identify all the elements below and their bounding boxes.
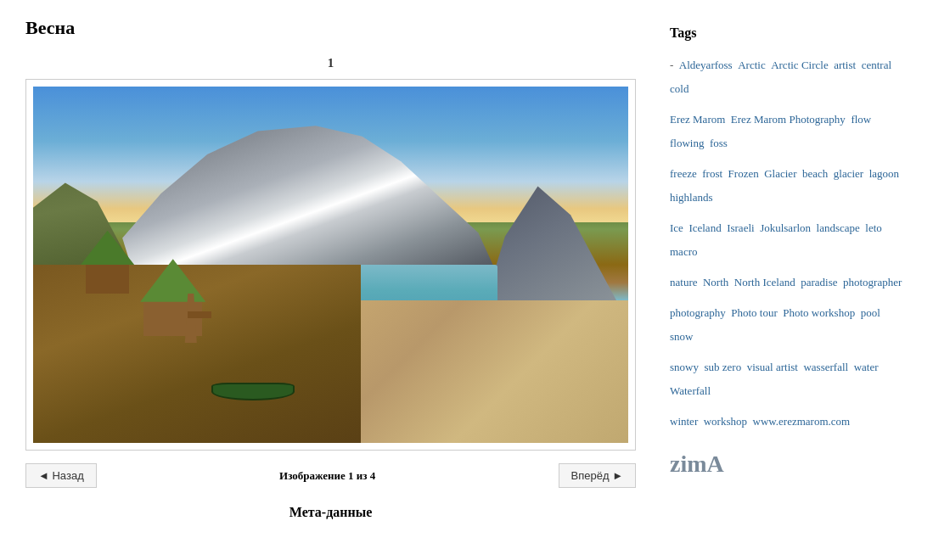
- hut-1: [81, 236, 134, 293]
- tag-photo-tour[interactable]: Photo tour: [731, 306, 778, 319]
- tag-dash: -: [670, 59, 673, 71]
- tag-winter[interactable]: winter: [670, 415, 698, 428]
- tag-flowing[interactable]: flowing: [670, 137, 704, 149]
- tag-landscape[interactable]: landscape: [817, 221, 860, 234]
- forward-button[interactable]: Вперёд ►: [559, 463, 636, 488]
- tags-line-4: nature North North Iceland paradise phot…: [670, 271, 908, 294]
- tag-aldeyarfoss[interactable]: Aldeyarfoss: [679, 59, 733, 71]
- tag-arctic-circle[interactable]: Arctic Circle: [771, 59, 829, 71]
- tag-snow[interactable]: snow: [670, 330, 693, 343]
- tag-flow[interactable]: flow: [851, 113, 871, 126]
- tag-ice[interactable]: Ice: [670, 221, 683, 234]
- wooden-beam: [188, 311, 211, 318]
- tag-visual-artist[interactable]: visual artist: [747, 361, 798, 373]
- tag-leto[interactable]: leto: [865, 221, 882, 234]
- tag-beach[interactable]: beach: [802, 167, 828, 180]
- tags-line-5: photography Photo tour Photo workshop po…: [670, 301, 908, 349]
- tag-snowy[interactable]: snowy: [670, 361, 699, 373]
- page-title: Весна: [25, 17, 636, 39]
- tag-erez-marom-photography[interactable]: Erez Marom Photography: [731, 113, 846, 126]
- tag-lagoon[interactable]: lagoon: [869, 167, 899, 180]
- boat: [211, 383, 295, 400]
- tags-title: Tags: [670, 25, 908, 41]
- tag-iceland[interactable]: Iceland: [689, 221, 721, 234]
- tag-artist[interactable]: artist: [834, 59, 856, 71]
- tag-frozen[interactable]: Frozen: [728, 167, 759, 180]
- tag-foss[interactable]: foss: [710, 137, 728, 149]
- tag-photographer[interactable]: photographer: [843, 276, 902, 288]
- tag-north[interactable]: North: [703, 276, 728, 288]
- tag-frost[interactable]: frost: [702, 167, 722, 180]
- tag-paradise[interactable]: paradise: [801, 276, 837, 288]
- navigation-row: ◄ Назад Изображение 1 из 4 Вперёд ►: [25, 463, 636, 488]
- tag-glacier[interactable]: glacier: [834, 167, 863, 180]
- tag-photography[interactable]: photography: [670, 306, 726, 319]
- tags-line-6: snowy sub zero visual artist wasserfall …: [670, 356, 908, 403]
- tags-line-8: zimA: [670, 440, 908, 488]
- tags-line-2: freeze frost Frozen Glacier beach glacie…: [670, 162, 908, 210]
- tag-pool[interactable]: pool: [861, 306, 880, 319]
- tag-glacier-cap[interactable]: Glacier: [764, 167, 796, 180]
- tags-section: - Aldeyarfoss Arctic Arctic Circle artis…: [670, 53, 908, 488]
- tags-line-1: Erez Marom Erez Marom Photography flow f…: [670, 108, 908, 155]
- tag-arctic[interactable]: Arctic: [738, 59, 765, 71]
- meta-title: Мета-данные: [25, 505, 636, 520]
- page-wrapper: Весна 1: [0, 0, 933, 537]
- tag-wasserfall[interactable]: wasserfall: [803, 361, 848, 373]
- tag-central[interactable]: central: [862, 59, 891, 71]
- back-button[interactable]: ◄ Назад: [25, 463, 97, 488]
- tag-macro[interactable]: macro: [670, 245, 697, 258]
- tag-israeli[interactable]: Israeli: [727, 221, 754, 234]
- image-info: Изображение 1 из 4: [279, 469, 375, 483]
- main-image: [33, 87, 628, 443]
- nav-info-text: Изображение 1 из 4: [279, 469, 375, 482]
- hut-2: [140, 265, 205, 336]
- tags-line-0: - Aldeyarfoss Arctic Arctic Circle artis…: [670, 53, 908, 101]
- tag-waterfall[interactable]: Waterfall: [670, 384, 711, 397]
- sidebar: Tags - Aldeyarfoss Arctic Arctic Circle …: [670, 17, 908, 520]
- image-container: [25, 79, 636, 451]
- tag-sub-zero[interactable]: sub zero: [704, 361, 741, 373]
- tag-nature[interactable]: nature: [670, 276, 697, 288]
- tag-erez-marom[interactable]: Erez Marom: [670, 113, 725, 126]
- beach-right: [331, 300, 629, 443]
- tag-workshop[interactable]: workshop: [704, 415, 747, 428]
- tag-jokulsarlon[interactable]: Jokulsarlon: [760, 221, 811, 234]
- tag-freeze[interactable]: freeze: [670, 167, 697, 180]
- image-number: 1: [25, 56, 636, 70]
- tag-zima[interactable]: zimA: [670, 451, 724, 477]
- tag-cold[interactable]: cold: [670, 82, 689, 95]
- tag-north-iceland[interactable]: North Iceland: [734, 276, 795, 288]
- tag-photo-workshop[interactable]: Photo workshop: [783, 306, 855, 319]
- main-content: Весна 1: [25, 17, 636, 520]
- tags-line-7: winter workshop www.erezmarom.com: [670, 410, 908, 434]
- tag-highlands[interactable]: highlands: [670, 191, 713, 204]
- tag-website[interactable]: www.erezmarom.com: [753, 415, 851, 428]
- tags-line-3: Ice Iceland Israeli Jokulsarlon landscap…: [670, 216, 908, 264]
- tag-water[interactable]: water: [854, 361, 879, 373]
